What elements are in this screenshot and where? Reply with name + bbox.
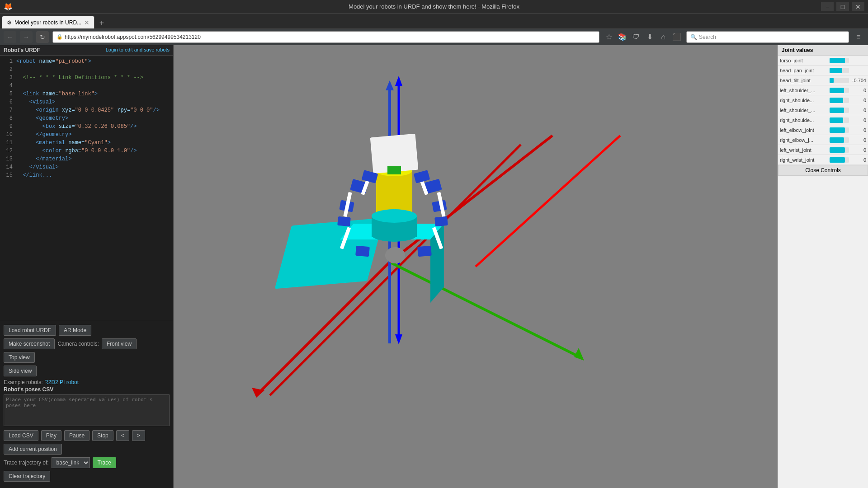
left-panel: Robot's URDF Login to edit and save robo… (0, 45, 174, 488)
joint-slider-right-elbow[interactable] (830, 137, 849, 143)
joint-slider-head-tilt[interactable] (830, 78, 849, 83)
lock-icon: 🔒 (57, 34, 63, 40)
joint-row-right-shoulder-1: right_shoulde... 0 (778, 95, 868, 105)
search-bar[interactable]: 🔍 Search (686, 31, 849, 43)
top-view-button[interactable]: Top view (4, 352, 35, 363)
svg-rect-23 (387, 166, 401, 174)
trace-link-select[interactable]: base_link (52, 457, 90, 468)
joint-value-right-elbow: 0 (850, 137, 866, 143)
trace-trajectory-label: Trace trajectory of: (4, 460, 49, 466)
joint-slider-left-shoulder-2[interactable] (830, 108, 849, 113)
front-view-button[interactable]: Front view (102, 338, 137, 349)
joint-name-head-tilt: head_tilt_joint (780, 78, 830, 83)
joint-slider-left-shoulder-1[interactable] (830, 88, 849, 93)
joint-row-left-elbow: left_elbow_joint 0 (778, 125, 868, 135)
browser-icon: 🦊 (4, 2, 13, 11)
code-line: 3 <!-- * * * Link Definitions * * * --> (0, 74, 173, 82)
close-button[interactable]: ✕ (852, 2, 864, 11)
joint-value-left-wrist: 0 (850, 147, 866, 153)
tab-favicon: ⚙ (7, 19, 12, 26)
joint-slider-right-wrist[interactable] (830, 157, 849, 163)
code-line: 11 <material name="Cyan1"> (0, 139, 173, 147)
example-label: Example robots: (4, 379, 43, 385)
joint-name-right-wrist: right_wrist_joint (780, 157, 830, 163)
code-line: 14 </visual> (0, 163, 173, 171)
extension-icon[interactable]: ⬛ (671, 31, 683, 43)
code-line: 5 <link name="base_link"> (0, 90, 173, 98)
next-button[interactable]: > (132, 430, 145, 441)
poses-csv-title: Robot's poses CSV (4, 386, 170, 393)
joint-slider-right-shoulder-2[interactable] (830, 117, 849, 123)
joint-value-left-shoulder-1: 0 (850, 88, 866, 93)
joint-name-right-shoulder-1: right_shoulde... (780, 98, 830, 103)
play-button[interactable]: Play (41, 430, 61, 441)
prev-button[interactable]: < (116, 430, 129, 441)
close-controls-button[interactable]: Close Controls (778, 165, 868, 176)
shield-icon[interactable]: 🛡 (630, 31, 642, 43)
stop-button[interactable]: Stop (92, 430, 113, 441)
forward-button[interactable]: → (20, 31, 33, 43)
joint-row-head-tilt: head_tilt_joint -0.704 (778, 75, 868, 85)
home-icon[interactable]: ⌂ (657, 31, 669, 43)
login-link[interactable]: Login to edit and save robots (106, 47, 170, 53)
joint-slider-left-wrist[interactable] (830, 147, 849, 153)
url-text: https://mymodelrobot.appspot.com/5629949… (65, 34, 201, 40)
tab-label: Model your robots in URD... (14, 19, 81, 26)
controls-panel: Load robot URDF AR Mode Make screenshot … (0, 321, 173, 488)
trace-button[interactable]: Trace (93, 457, 116, 468)
code-line: 13 </material> (0, 155, 173, 163)
tabbar: ⚙ Model your robots in URD... ✕ + (0, 14, 868, 29)
code-editor[interactable]: 1 <robot name="pi_robot"> 2 3 <!-- * * *… (0, 56, 173, 321)
panel-header: Robot's URDF Login to edit and save robo… (0, 45, 173, 56)
joint-slider-torso[interactable] (830, 58, 849, 63)
active-tab[interactable]: ⚙ Model your robots in URD... ✕ (2, 16, 94, 28)
joint-name-right-elbow: right_elbow_j... (780, 137, 830, 143)
code-line: 15 </link... (0, 171, 173, 179)
tab-close-button[interactable]: ✕ (84, 19, 90, 26)
code-line: 1 <robot name="pi_robot"> (0, 57, 173, 66)
joint-slider-right-shoulder-1[interactable] (830, 98, 849, 103)
new-tab-button[interactable]: + (96, 18, 107, 28)
addressbar: ← → ↻ 🔒 https://mymodelrobot.appspot.com… (0, 29, 868, 45)
joint-row-right-elbow: right_elbow_j... 0 (778, 135, 868, 145)
ar-mode-button[interactable]: AR Mode (59, 325, 91, 336)
download-icon[interactable]: ⬇ (644, 31, 656, 43)
joint-name-right-shoulder-2: right_shoulde... (780, 117, 830, 123)
joint-name-left-shoulder-2: left_shoulder_... (780, 108, 830, 113)
search-placeholder: Search (699, 34, 716, 40)
side-view-button[interactable]: Side view (4, 366, 37, 376)
minimize-button[interactable]: − (821, 2, 834, 11)
back-button[interactable]: ← (4, 31, 16, 43)
robot-scene (174, 45, 778, 488)
back-icon: ← (7, 33, 13, 41)
joint-slider-head-pan[interactable] (830, 68, 849, 73)
viewport[interactable] (174, 45, 778, 488)
code-line: 6 <visual> (0, 98, 173, 106)
maximize-button[interactable]: □ (836, 2, 849, 11)
load-robot-urdf-button[interactable]: Load robot URDF (4, 325, 56, 336)
joint-slider-left-elbow[interactable] (830, 127, 849, 133)
joint-name-left-elbow: left_elbow_joint (780, 127, 830, 133)
pi-robot-link[interactable]: PI robot (60, 379, 79, 385)
joint-value-right-wrist: 0 (850, 157, 866, 163)
reload-button[interactable]: ↻ (36, 31, 49, 43)
joint-row-head-pan: head_pan_joint (778, 66, 868, 75)
make-screenshot-button[interactable]: Make screenshot (4, 338, 55, 349)
clear-trajectory-button[interactable]: Clear trajectory (4, 471, 50, 482)
csv-textarea[interactable] (4, 394, 170, 426)
r2d2-link[interactable]: R2D2 (44, 379, 58, 385)
add-current-position-button[interactable]: Add current position (4, 444, 62, 455)
code-line: 7 <origin xyz="0 0 0.0425" rpy="0 0 0"/> (0, 106, 173, 114)
joint-name-left-wrist: left_wrist_joint (780, 147, 830, 153)
svg-rect-31 (434, 216, 448, 226)
url-bar[interactable]: 🔒 https://mymodelrobot.appspot.com/56299… (52, 31, 599, 43)
joint-row-left-shoulder-2: left_shoulder_... 0 (778, 105, 868, 115)
code-line: 8 <geometry> (0, 114, 173, 122)
bookmark-icon[interactable]: 📚 (617, 31, 628, 43)
pause-button[interactable]: Pause (64, 430, 90, 441)
load-csv-button[interactable]: Load CSV (4, 430, 38, 441)
joint-value-left-shoulder-2: 0 (850, 108, 866, 113)
menu-icon[interactable]: ≡ (853, 31, 864, 43)
star-icon[interactable]: ☆ (603, 31, 615, 43)
joint-value-head-tilt: -0.704 (850, 78, 866, 83)
